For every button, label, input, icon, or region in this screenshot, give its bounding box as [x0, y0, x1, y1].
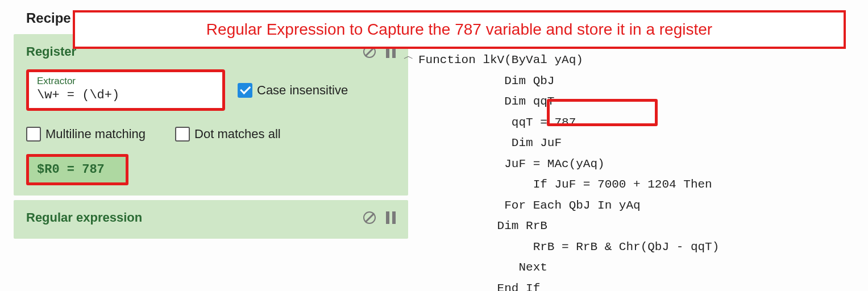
checkbox-checked-icon [238, 83, 252, 98]
register-operation-card: Register Extractor Case insensitive [14, 34, 408, 196]
code-line: Dim RrB [418, 216, 868, 237]
code-line: Dim QbJ [418, 71, 868, 92]
operation-title-register: Register [26, 44, 76, 59]
multiline-checkbox[interactable]: Multiline matching [26, 127, 146, 142]
operation-title-regex: Regular expression [26, 210, 142, 225]
code-line: Dim qqT [418, 92, 868, 113]
dot-matches-checkbox[interactable]: Dot matches all [175, 127, 281, 142]
extractor-input[interactable] [37, 88, 214, 102]
annotation-callout: Regular Expression to Capture the 787 va… [73, 10, 846, 49]
extractor-field-highlight: Extractor [26, 69, 225, 111]
code-line: qqT = 787 [418, 113, 868, 134]
disable-icon[interactable] [363, 211, 376, 224]
case-insensitive-label: Case insensitive [257, 83, 348, 98]
extractor-label: Extractor [37, 76, 214, 87]
extractor-row: Extractor Case insensitive [26, 69, 396, 111]
case-insensitive-checkbox[interactable]: Case insensitive [238, 83, 348, 98]
options-row: Multiline matching Dot matches all [26, 127, 396, 142]
code-line: Function lkV(ByVal yAq) [418, 50, 868, 71]
operation-header: Regular expression [26, 210, 396, 225]
register-result-highlight: $R0 = 787 [26, 154, 128, 185]
code-line: Next [418, 257, 868, 278]
dot-matches-label: Dot matches all [194, 127, 281, 142]
operation-controls [363, 211, 396, 224]
checkbox-icon [175, 127, 190, 142]
code-line: If JuF = 7000 + 1204 Then [418, 174, 868, 196]
code-line: End If [418, 278, 868, 291]
multiline-label: Multiline matching [45, 127, 146, 142]
checkbox-icon [26, 127, 41, 142]
regex-operation-card: Regular expression [14, 200, 408, 239]
code-line: RrB = RrB & Chr(QbJ - qqT) [418, 237, 868, 258]
code-line: Dim JuF [418, 133, 868, 154]
pause-icon[interactable] [386, 211, 396, 224]
code-line: For Each QbJ In yAq [418, 196, 868, 217]
code-line: JuF = MAc(yAq) [418, 154, 868, 175]
